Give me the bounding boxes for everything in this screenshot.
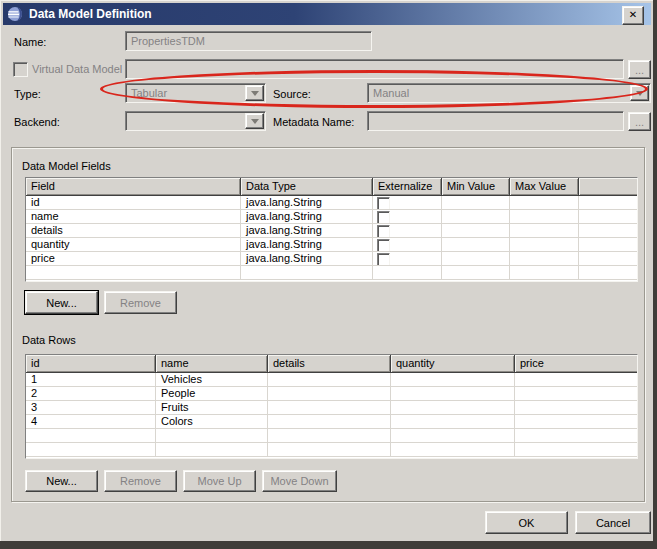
max-value-cell[interactable] [510, 238, 579, 251]
externalize-cell[interactable] [373, 252, 442, 265]
name-label: Name: [14, 36, 46, 49]
column-header-id[interactable]: id [26, 355, 156, 373]
table-row[interactable]: quantity java.lang.String [26, 238, 637, 252]
externalize-cell[interactable] [373, 196, 442, 209]
price-cell[interactable] [515, 415, 638, 428]
ok-button[interactable]: OK [485, 511, 568, 534]
metadata-name-browse-button[interactable]: ... [628, 112, 651, 131]
field-name-cell[interactable]: price [26, 252, 241, 265]
table-row[interactable]: 1 Vehicles [26, 373, 637, 387]
id-cell[interactable]: 2 [26, 387, 156, 400]
column-header-blank[interactable] [579, 178, 638, 196]
name-cell[interactable]: Colors [156, 415, 268, 428]
backend-combobox[interactable] [125, 111, 266, 131]
close-icon[interactable]: ✕ [622, 6, 644, 25]
min-value-cell[interactable] [442, 196, 510, 209]
table-row[interactable]: details java.lang.String [26, 224, 637, 238]
move-up-button[interactable]: Move Up [183, 470, 256, 492]
virtual-data-model-browse-button[interactable]: ... [628, 60, 651, 79]
id-cell[interactable]: 4 [26, 415, 156, 428]
data-type-cell[interactable]: java.lang.String [241, 210, 373, 223]
min-value-cell[interactable] [442, 210, 510, 223]
column-header-price[interactable]: price [515, 355, 638, 373]
quantity-cell[interactable] [391, 415, 515, 428]
quantity-cell[interactable] [391, 373, 515, 386]
id-cell[interactable]: 3 [26, 401, 156, 414]
eclipse-app-icon [7, 6, 23, 22]
source-chevron-down-icon[interactable] [630, 85, 649, 101]
price-cell[interactable] [515, 387, 638, 400]
quantity-cell[interactable] [391, 401, 515, 414]
rows-table-header: id name details quantity price [26, 355, 637, 373]
column-header-data-type[interactable]: Data Type [241, 178, 373, 196]
min-value-cell[interactable] [442, 252, 510, 265]
id-cell[interactable]: 1 [26, 373, 156, 386]
table-row[interactable]: 2 People [26, 387, 637, 401]
column-header-name[interactable]: name [156, 355, 268, 373]
externalize-checkbox[interactable] [377, 239, 390, 251]
table-row[interactable]: id java.lang.String [26, 196, 637, 210]
field-name-cell[interactable]: id [26, 196, 241, 209]
move-down-button[interactable]: Move Down [262, 470, 337, 492]
field-name-cell[interactable]: quantity [26, 238, 241, 251]
backend-chevron-down-icon[interactable] [245, 113, 264, 129]
rows-remove-button[interactable]: Remove [104, 470, 177, 492]
price-cell[interactable] [515, 373, 638, 386]
metadata-name-field[interactable] [367, 111, 624, 131]
data-type-cell[interactable]: java.lang.String [241, 196, 373, 209]
min-value-cell[interactable] [442, 238, 510, 251]
externalize-checkbox[interactable] [377, 225, 390, 237]
field-name-cell[interactable]: details [26, 224, 241, 237]
field-name-cell[interactable]: name [26, 210, 241, 223]
details-cell[interactable] [268, 373, 391, 386]
source-combobox[interactable]: Manual [367, 83, 651, 103]
price-cell[interactable] [515, 401, 638, 414]
max-value-cell[interactable] [510, 196, 579, 209]
empty-table-row[interactable] [26, 429, 637, 443]
metadata-name-label: Metadata Name: [273, 116, 354, 129]
table-row[interactable]: price java.lang.String [26, 252, 637, 266]
source-label: Source: [273, 88, 311, 101]
externalize-cell[interactable] [373, 238, 442, 251]
name-field[interactable]: PropertiesTDM [125, 31, 372, 51]
data-rows-table: id name details quantity price 1 Vehicle… [25, 354, 638, 459]
name-cell[interactable]: Fruits [156, 401, 268, 414]
fields-new-button[interactable]: New... [25, 291, 98, 314]
data-type-cell[interactable]: java.lang.String [241, 238, 373, 251]
column-header-max-value[interactable]: Max Value [510, 178, 579, 196]
table-row[interactable]: name java.lang.String [26, 210, 637, 224]
type-chevron-down-icon[interactable] [245, 85, 264, 101]
details-cell[interactable] [268, 415, 391, 428]
name-cell[interactable]: Vehicles [156, 373, 268, 386]
max-value-cell[interactable] [510, 252, 579, 265]
column-header-min-value[interactable]: Min Value [442, 178, 510, 196]
virtual-data-model-checkbox[interactable] [13, 62, 28, 77]
name-cell[interactable]: People [156, 387, 268, 400]
data-type-cell[interactable]: java.lang.String [241, 252, 373, 265]
externalize-checkbox[interactable] [377, 211, 390, 223]
max-value-cell[interactable] [510, 224, 579, 237]
virtual-data-model-field[interactable] [125, 59, 624, 79]
table-row[interactable]: 4 Colors [26, 415, 637, 429]
column-header-details[interactable]: details [268, 355, 391, 373]
rows-new-button[interactable]: New... [25, 470, 98, 492]
empty-table-row[interactable] [26, 266, 637, 280]
column-header-externalize[interactable]: Externalize [373, 178, 442, 196]
externalize-cell[interactable] [373, 210, 442, 223]
type-combobox[interactable]: Tabular [125, 83, 266, 103]
details-cell[interactable] [268, 401, 391, 414]
column-header-field[interactable]: Field [26, 178, 241, 196]
empty-table-row[interactable] [26, 443, 637, 457]
table-row[interactable]: 3 Fruits [26, 401, 637, 415]
externalize-checkbox[interactable] [377, 197, 390, 209]
externalize-cell[interactable] [373, 224, 442, 237]
quantity-cell[interactable] [391, 387, 515, 400]
fields-remove-button[interactable]: Remove [104, 291, 177, 314]
data-type-cell[interactable]: java.lang.String [241, 224, 373, 237]
details-cell[interactable] [268, 387, 391, 400]
externalize-checkbox[interactable] [377, 253, 390, 265]
column-header-quantity[interactable]: quantity [391, 355, 515, 373]
max-value-cell[interactable] [510, 210, 579, 223]
min-value-cell[interactable] [442, 224, 510, 237]
cancel-button[interactable]: Cancel [575, 511, 651, 534]
